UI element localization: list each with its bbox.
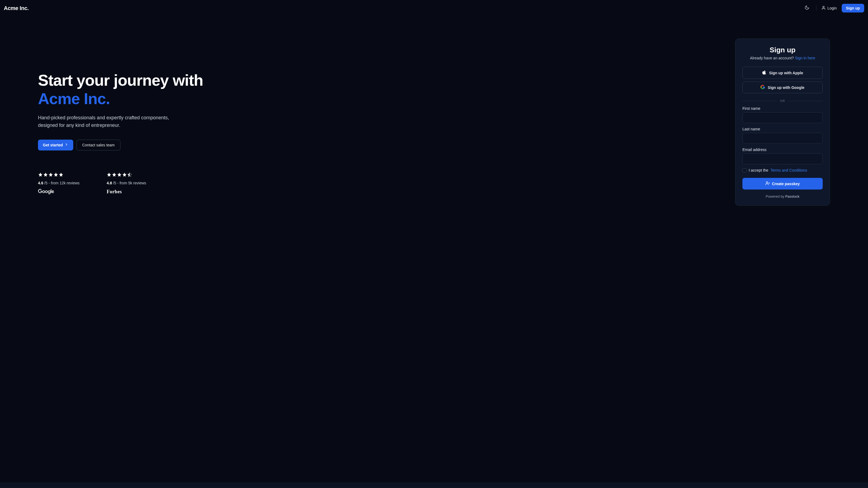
forbes-logo-text: Forbes [106,189,122,194]
hero-subtitle: Hand-picked professionals and expertly c… [38,114,190,129]
or-label: OR [780,99,785,102]
main: Start your journey with Acme Inc. Hand-p… [0,16,868,217]
hero-title-accent: Acme Inc. [38,90,110,107]
terms-prefix: I accept the [749,168,768,172]
rating-line: 4.8 /5 - from 5k reviews [106,181,146,185]
terms-row: I accept the Terms and Conditions [742,168,823,172]
review-google: 4.6 /5 - from 12k reviews [38,172,80,195]
rating-score: 4.6 [38,181,43,185]
review-forbes: 4.8 /5 - from 5k reviews Forbes [106,172,146,195]
brand-logo[interactable]: Acme Inc. [4,5,29,11]
star-icon [106,172,112,178]
rating-tail: - from 12k reviews [48,181,80,185]
svg-point-1 [766,182,768,183]
rating-score: 4.8 [106,181,112,185]
star-icon [54,172,58,178]
create-passkey-label: Create passkey [772,182,800,186]
top-nav: Acme Inc. Login Sign up [0,0,868,16]
already-text: Already have an account? [750,56,795,60]
last-name-group: Last name [742,127,823,144]
hero-title: Start your journey with Acme Inc. [38,71,212,108]
contact-sales-button[interactable]: Contact sales team [76,140,120,151]
star-icon [43,172,48,178]
terms-link[interactable]: Terms and Conditions [770,168,807,172]
star-icon [48,172,53,178]
email-input[interactable] [742,154,823,164]
last-name-label: Last name [742,127,823,131]
signin-link[interactable]: Sign in here [795,56,815,60]
divider [788,101,823,101]
get-started-button[interactable]: Get started [38,140,73,151]
google-logo [38,189,80,195]
apple-icon [762,70,766,76]
hero-title-prefix: Start your journey with [38,71,203,89]
google-icon [761,85,765,90]
rating-outof: /5 [113,181,116,185]
powered-prefix: Powered by [766,194,785,198]
email-label: Email address [742,148,823,152]
star-icon [122,172,127,178]
user-icon [822,6,826,11]
oauth-group: Sign up with Apple Sign up with Google [742,67,823,93]
last-name-input[interactable] [742,133,823,144]
powered-by-link[interactable]: Powered by Passlock [742,194,823,198]
star-icon [38,172,43,178]
terms-checkbox[interactable] [742,168,746,172]
login-label: Login [827,6,837,10]
stars-forbes [106,172,146,178]
nav-right: Login Sign up [803,4,864,12]
user-plus-icon [766,181,770,186]
powered-brand: Passlock [785,194,799,198]
first-name-label: First name [742,106,823,110]
divider [816,5,816,11]
signup-subline: Already have an account? Sign in here [742,56,823,60]
divider [742,101,777,101]
create-passkey-button[interactable]: Create passkey [742,178,823,190]
theme-toggle[interactable] [803,4,811,12]
signup-google-button[interactable]: Sign up with Google [742,82,823,93]
chevron-right-icon [65,142,68,147]
rating-tail: - from 5k reviews [116,181,146,185]
footer-strip [0,483,868,488]
first-name-input[interactable] [742,112,823,123]
star-icon [59,172,63,178]
cta-row: Get started Contact sales team [38,140,212,151]
star-icon [112,172,117,178]
signup-apple-button[interactable]: Sign up with Apple [742,67,823,79]
signup-card: Sign up Already have an account? Sign in… [735,38,830,206]
rating-line: 4.6 /5 - from 12k reviews [38,181,80,185]
svg-point-0 [823,6,824,8]
login-link[interactable]: Login [822,6,837,11]
stars-google [38,172,80,178]
star-half-icon [127,172,132,178]
get-started-label: Get started [43,143,63,147]
or-separator: OR [742,99,823,102]
email-group: Email address [742,148,823,164]
star-icon [117,172,122,178]
forbes-logo: Forbes [106,189,146,195]
reviews: 4.6 /5 - from 12k reviews 4.8 [38,172,212,195]
first-name-group: First name [742,106,823,123]
apple-label: Sign up with Apple [769,71,803,75]
google-label: Sign up with Google [768,86,804,90]
signup-title: Sign up [742,46,823,54]
rating-outof: /5 [44,181,48,185]
signup-button[interactable]: Sign up [842,4,864,12]
moon-icon [805,5,809,11]
hero: Start your journey with Acme Inc. Hand-p… [38,38,212,206]
